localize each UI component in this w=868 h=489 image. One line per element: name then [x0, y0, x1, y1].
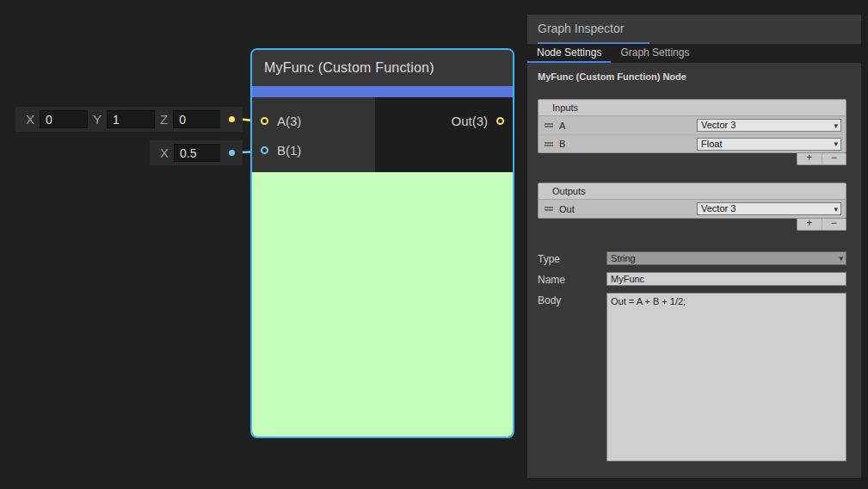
node-preview	[252, 172, 513, 436]
outputs-list: Outputs Out Vector 3 ▾	[538, 183, 846, 219]
inspector-content: MyFunc (Custom Function) Node Inputs A V…	[527, 63, 861, 461]
output-out-type-dropdown[interactable]: Vector 3 ▾	[697, 202, 841, 215]
body-field[interactable]: Out = A + B + 1/2;	[606, 293, 846, 461]
add-input-button[interactable]: +	[797, 153, 822, 164]
custom-function-node[interactable]: MyFunc (Custom Function) A(3) B(1) Out(3…	[250, 48, 514, 438]
float-input-widget: X	[150, 140, 227, 165]
vector3-output-dot-icon[interactable]	[229, 116, 235, 122]
float-x-label: X	[160, 145, 169, 160]
outputs-list-footer: + −	[538, 219, 846, 231]
node-input-ports: A(3) B(1)	[252, 97, 375, 172]
drag-handle-icon[interactable]	[545, 142, 553, 146]
drag-handle-icon[interactable]	[545, 207, 553, 211]
float-connector[interactable]	[220, 140, 243, 165]
tab-node-settings[interactable]: Node Settings	[527, 45, 611, 63]
inputs-add-remove: + −	[797, 153, 846, 165]
name-field[interactable]	[606, 272, 846, 286]
float-x-field[interactable]	[174, 144, 222, 162]
dropdown-value: String	[611, 253, 839, 264]
inspector-title: Graph Inspector	[538, 15, 649, 44]
port-a-label: A(3)	[277, 114, 301, 128]
chevron-down-icon: ▾	[834, 139, 838, 148]
input-row-name: A	[559, 121, 565, 131]
input-a-type-dropdown[interactable]: Vector 3 ▾	[697, 119, 841, 132]
list-item[interactable]: A Vector 3 ▾	[539, 116, 846, 134]
vector3-x-field[interactable]	[40, 110, 88, 128]
remove-output-button[interactable]: −	[822, 219, 846, 230]
input-row-name: B	[559, 139, 565, 149]
name-row: Name	[538, 272, 846, 286]
vector3-z-label: Z	[160, 112, 168, 127]
tab-graph-settings[interactable]: Graph Settings	[611, 45, 699, 63]
node-settings-heading: MyFunc (Custom Function) Node	[538, 71, 846, 82]
add-output-button[interactable]: +	[797, 219, 822, 230]
drag-handle-icon[interactable]	[545, 123, 553, 127]
float-output-dot-icon[interactable]	[229, 150, 235, 156]
outputs-list-header: Outputs	[539, 183, 846, 200]
list-item[interactable]: Out Vector 3 ▾	[539, 200, 846, 218]
input-b-type-dropdown[interactable]: Float ▾	[697, 138, 841, 151]
node-output-ports: Out(3)	[375, 97, 513, 172]
chevron-down-icon: ▾	[839, 254, 843, 263]
vector3-y-field[interactable]	[107, 110, 155, 128]
output-row-name: Out	[559, 204, 575, 214]
port-out-label: Out(3)	[451, 114, 488, 128]
node-header[interactable]: MyFunc (Custom Function)	[252, 50, 513, 86]
dropdown-value: Float	[701, 139, 834, 150]
vector3-input-widget: X Y Z	[15, 107, 226, 132]
type-label: Type	[538, 251, 606, 265]
port-out-socket-icon[interactable]	[496, 117, 504, 125]
name-label: Name	[538, 272, 606, 286]
inspector-tabbar: Node Settings Graph Settings	[527, 45, 861, 63]
remove-input-button[interactable]: −	[822, 153, 846, 164]
chevron-down-icon: ▾	[834, 121, 838, 130]
inputs-list-footer: + −	[538, 153, 846, 165]
inputs-list: Inputs A Vector 3 ▾ B Float ▾	[538, 99, 846, 153]
type-row: Type String ▾	[538, 251, 846, 265]
port-b-socket-icon[interactable]	[261, 146, 268, 154]
port-a-socket-icon[interactable]	[261, 117, 268, 125]
dropdown-value: Vector 3	[701, 120, 834, 131]
node-title: MyFunc (Custom Function)	[264, 60, 434, 76]
vector3-y-label: Y	[93, 112, 102, 127]
outputs-add-remove: + −	[797, 219, 846, 231]
chevron-down-icon: ▾	[834, 205, 838, 214]
inspector-titlebar[interactable]: Graph Inspector	[527, 15, 861, 45]
vector3-x-label: X	[26, 112, 34, 127]
dropdown-value: Vector 3	[701, 203, 834, 214]
port-row-out: Out(3)	[375, 106, 513, 135]
port-row-b: B(1)	[252, 135, 375, 164]
vector3-connector[interactable]	[220, 107, 243, 132]
graph-inspector-panel: Graph Inspector Node Settings Graph Sett…	[527, 15, 861, 478]
node-port-area: A(3) B(1) Out(3)	[252, 97, 513, 172]
body-label: Body	[538, 293, 606, 306]
node-precision-bar	[252, 86, 513, 97]
vector3-z-field[interactable]	[173, 110, 221, 128]
body-row: Body Out = A + B + 1/2;	[538, 293, 846, 461]
port-row-a: A(3)	[252, 106, 375, 135]
type-dropdown[interactable]: String ▾	[606, 251, 846, 265]
inputs-list-header: Inputs	[539, 100, 846, 116]
list-item[interactable]: B Float ▾	[539, 134, 846, 152]
port-b-label: B(1)	[277, 143, 301, 158]
